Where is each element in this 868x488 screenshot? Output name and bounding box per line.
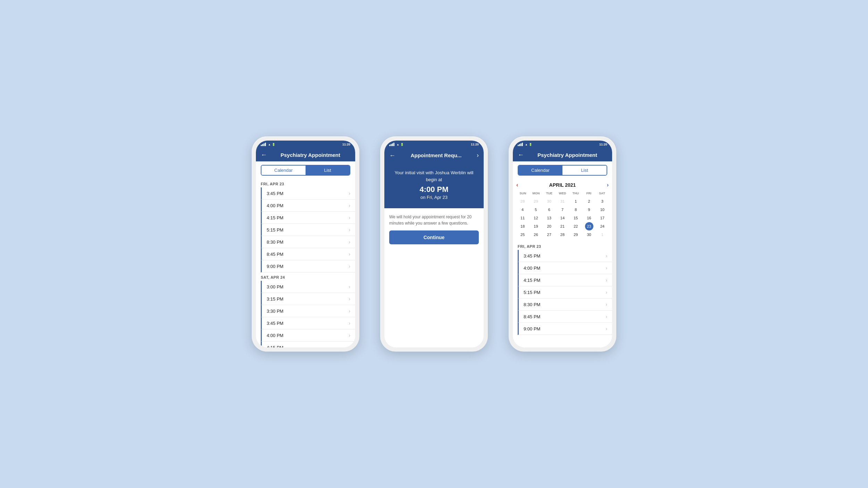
time-slot-text: 5:15 PM [524,290,540,295]
cal-time-slot-1[interactable]: 3:45 PM › [518,250,612,262]
cal-cell[interactable]: 11 [518,214,527,222]
time-slot-text: 4:15 PM [267,215,283,220]
time-slot-text: 8:30 PM [524,302,540,307]
cal-cell[interactable]: 1 [571,197,580,205]
tab-calendar-1[interactable]: Calendar [261,166,306,175]
cal-next-button[interactable]: › [607,182,609,188]
time-slot-sat-1[interactable]: 3:00 PM › [261,281,355,293]
cal-cell[interactable]: 12 [532,214,540,222]
cal-cell[interactable]: 27 [545,230,553,239]
time-slot-fri-7[interactable]: 9:00 PM › [261,260,355,272]
cal-cell[interactable]: 4 [518,205,527,214]
cal-cell[interactable]: 24 [598,222,607,230]
cal-cell[interactable]: 2 [585,197,593,205]
time-slot-fri-2[interactable]: 4:00 PM › [261,200,355,212]
cal-cell[interactable]: 13 [545,214,553,222]
status-bar-3: ▲ 🔋 11:20 [513,141,612,148]
back-button-3[interactable]: ← [518,152,524,158]
status-bar-1: ▲ 🔋 11:20 [256,141,355,148]
chevron-right-icon: › [606,265,607,271]
back-button-1[interactable]: ← [261,152,267,158]
cal-cell[interactable]: 19 [532,222,540,230]
cal-cell[interactable]: 25 [518,230,527,239]
visit-text: Your initial visit with Joshua Werblin w… [391,169,477,183]
day-label-fri: FRI [582,191,595,196]
wifi-icon-2: ▲ [397,143,399,146]
time-slot-text: 3:15 PM [267,296,283,302]
cal-cell[interactable]: 14 [558,214,567,222]
header-title-3: Psychiatry Appointment [527,152,607,158]
cal-time-slot-2[interactable]: 4:00 PM › [518,262,612,274]
time-slot-sat-2[interactable]: 3:15 PM › [261,293,355,305]
cal-time-slot-5[interactable]: 8:30 PM › [518,298,612,311]
signal-bar [389,145,390,146]
status-time-1: 11:20 [342,143,350,146]
time-slot-text: 4:00 PM [267,203,283,208]
confirm-note: We will hold your appointment request fo… [389,214,479,226]
chevron-right-icon: › [349,191,350,196]
cal-cell[interactable]: 29 [532,197,540,205]
time-slot-sat-5[interactable]: 4:00 PM › [261,329,355,342]
app-header-2: ← Appointment Requ... › [384,148,484,162]
cal-cell[interactable]: 17 [598,214,607,222]
cal-cell[interactable]: 8 [571,205,580,214]
cal-cell[interactable]: 28 [518,197,527,205]
cal-cell[interactable]: 20 [545,222,553,230]
tab-list-1[interactable]: List [306,166,350,175]
cal-cell[interactable]: 6 [545,205,553,214]
continue-button[interactable]: Continue [389,230,479,244]
forward-button-2[interactable]: › [477,152,479,159]
time-slot-text: 9:00 PM [267,264,283,269]
cal-prev-button[interactable]: ‹ [516,182,518,188]
phone-3: ▲ 🔋 11:20 ← Psychiatry Appointment Calen… [509,136,616,352]
time-slot-sat-6[interactable]: 4:15 PM › [261,342,355,347]
cal-cell[interactable]: 28 [558,230,567,239]
toggle-tabs-3: Calendar List [518,165,607,176]
time-slot-fri-6[interactable]: 8:45 PM › [261,248,355,260]
tab-list-3[interactable]: List [562,166,607,175]
time-slot-text: 3:45 PM [524,253,540,259]
cal-cell[interactable]: 21 [558,222,567,230]
app-header-3: ← Psychiatry Appointment [513,148,612,161]
cal-cell[interactable]: 9 [585,205,593,214]
cal-cell[interactable]: 3 [598,197,607,205]
cal-cell[interactable]: 5 [532,205,540,214]
time-slot-fri-3[interactable]: 4:15 PM › [261,212,355,224]
cal-cell[interactable]: 26 [532,230,540,239]
cal-time-slot-7[interactable]: 9:00 PM › [518,323,612,335]
cal-cell-selected[interactable]: 23 [585,222,593,230]
time-slot-text: 3:30 PM [267,309,283,314]
cal-time-slot-3[interactable]: 4:15 PM › [518,274,612,286]
time-slot-text: 9:00 PM [524,326,540,331]
cal-time-slot-6[interactable]: 8:45 PM › [518,311,612,323]
cal-cell[interactable]: 29 [571,230,580,239]
time-slot-sat-3[interactable]: 3:30 PM › [261,305,355,317]
tab-calendar-3[interactable]: Calendar [518,166,562,175]
time-slot-fri-4[interactable]: 5:15 PM › [261,224,355,236]
cal-cell[interactable]: 22 [571,222,580,230]
time-slot-fri-1[interactable]: 3:45 PM › [261,187,355,200]
signal-bar-1 [261,145,262,146]
time-slot-sat-4[interactable]: 3:45 PM › [261,317,355,329]
chevron-right-icon: › [606,289,607,295]
cal-cell[interactable]: 16 [585,214,593,222]
cal-cell[interactable]: 15 [571,214,580,222]
time-slot-text: 4:15 PM [267,345,283,348]
cal-time-slot-4[interactable]: 5:15 PM › [518,286,612,298]
cal-cell[interactable]: 30 [545,197,553,205]
chevron-right-icon: › [606,326,607,331]
cal-cell[interactable]: 30 [585,230,593,239]
cal-cell[interactable]: 7 [558,205,567,214]
cal-cell[interactable]: 1 [598,230,607,239]
chevron-right-icon: › [349,239,350,245]
cal-cell[interactable]: 10 [598,205,607,214]
chevron-right-icon: › [349,263,350,269]
battery-icon-3: 🔋 [529,143,532,146]
cal-cell[interactable]: 18 [518,222,527,230]
time-slot-text: 3:00 PM [267,284,283,289]
cal-cell[interactable]: 31 [558,197,567,205]
back-button-2[interactable]: ← [389,152,395,159]
time-slot-text: 4:00 PM [267,333,283,338]
cal-week-1: 28 29 30 31 1 2 3 [516,197,609,205]
time-slot-fri-5[interactable]: 8:30 PM › [261,236,355,248]
